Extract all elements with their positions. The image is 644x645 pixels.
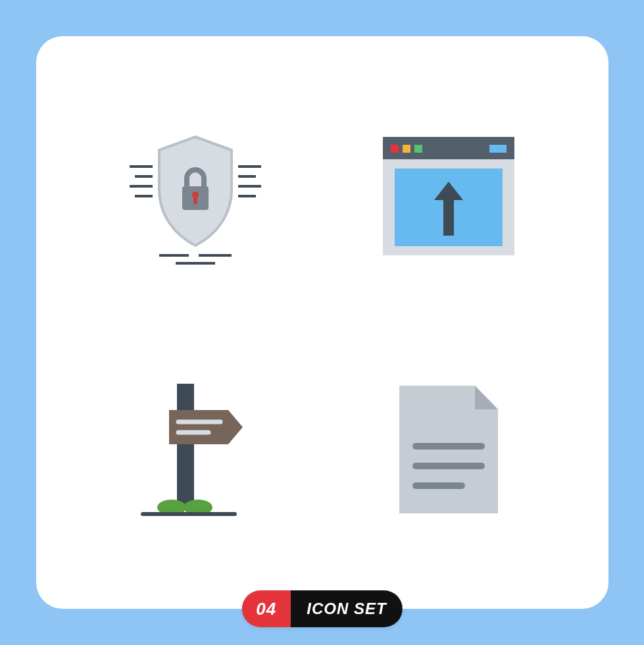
shield-lock-icon: [123, 124, 268, 269]
svg-rect-18: [414, 145, 422, 153]
icon-cell: [89, 89, 303, 303]
icon-set-badge: 04 ICON SET: [241, 590, 402, 627]
signpost-icon: [130, 377, 261, 522]
svg-rect-10: [193, 196, 197, 204]
icon-set-card: 04 ICON SET: [36, 36, 608, 609]
svg-rect-16: [391, 145, 399, 153]
file-document-icon: [389, 380, 508, 519]
icon-cell: [342, 89, 556, 303]
browser-upload-icon: [376, 130, 521, 262]
svg-rect-21: [177, 384, 194, 509]
svg-rect-17: [403, 145, 410, 153]
icon-cell: [89, 342, 303, 556]
badge-label: ICON SET: [291, 590, 402, 627]
svg-rect-19: [489, 145, 507, 153]
badge-number: 04: [241, 590, 291, 627]
icon-cell: [342, 342, 556, 556]
